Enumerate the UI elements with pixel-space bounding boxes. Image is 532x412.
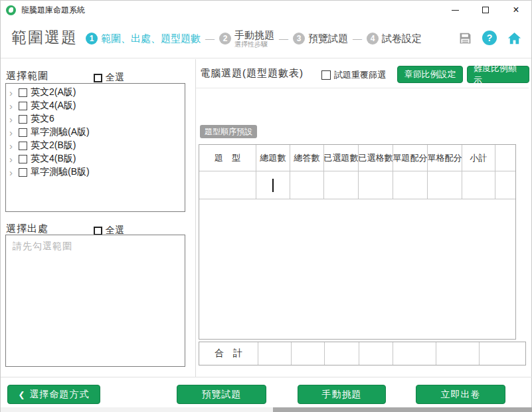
totals-selected-blanks <box>359 342 393 365</box>
tree-item-checkbox[interactable] <box>19 88 27 97</box>
totals-points-per-question <box>393 342 436 365</box>
step-3-preview[interactable]: 3 預覽試題 <box>293 33 348 45</box>
col-header-empty <box>495 145 515 171</box>
text-caret <box>272 179 274 192</box>
step-3-label: 預覽試題 <box>308 33 348 45</box>
tree-item-checkbox[interactable] <box>19 128 27 137</box>
duplicate-filter-checkbox[interactable] <box>321 70 331 80</box>
close-icon: × <box>513 5 519 15</box>
chevron-right-icon[interactable]: › <box>9 167 17 177</box>
tree-item-label: 英文6 <box>31 113 54 125</box>
tree-item-eng6[interactable]: › 英文6 <box>6 112 185 126</box>
help-button[interactable]: ? <box>482 31 497 45</box>
page-header: 範圍選題 1 範圍、出處、題型題數 — 2 手動挑題 選擇性步驟 — 3 預覽試… <box>1 19 531 58</box>
range-section-title: 選擇範圍 <box>6 70 48 82</box>
cell-selected-questions[interactable] <box>324 171 359 199</box>
manual-pick-button[interactable]: 手動挑題 <box>298 385 386 404</box>
chevron-right-icon[interactable]: › <box>9 154 17 164</box>
save-icon <box>458 31 472 45</box>
chevron-right-icon[interactable]: › <box>9 101 17 111</box>
cell-total-questions-input[interactable] <box>256 171 290 199</box>
help-icon: ? <box>487 33 493 43</box>
cell-selected-blanks[interactable] <box>359 171 393 199</box>
bottom-edge-dark <box>273 407 532 412</box>
wizard-steps: 1 範圍、出處、題型題數 — 2 手動挑題 選擇性步驟 — 3 預覽試題 — 4… <box>86 19 422 58</box>
maximize-button[interactable] <box>470 1 501 19</box>
tree-item-eng2a[interactable]: › 英文2(A版) <box>6 86 185 99</box>
difficulty-ratio-button[interactable]: 難度比例顯示 <box>467 66 529 83</box>
cell-total-answers[interactable] <box>290 171 324 199</box>
step-4-label: 試卷設定 <box>382 33 422 45</box>
totals-points-per-blank <box>436 342 480 365</box>
table-header-row: 題 型 總題數 總答數 已選題數 已選格數 單題配分 單格配分 小計 <box>199 145 515 171</box>
tree-item-checkbox[interactable] <box>19 102 27 110</box>
col-header-subtotal: 小計 <box>462 145 495 171</box>
title-bar: 龍騰題庫命題系統 × <box>1 1 531 19</box>
step-4-paper-settings[interactable]: 4 試卷設定 <box>367 33 422 45</box>
chevron-right-icon[interactable]: › <box>9 128 17 138</box>
source-placeholder: 請先勾選範圍 <box>13 241 72 251</box>
tree-item-eng2b[interactable]: › 英文2(B版) <box>6 139 185 152</box>
tree-item-label: 英文4(A版) <box>31 100 76 112</box>
home-button[interactable] <box>506 30 522 46</box>
close-button[interactable]: × <box>501 1 531 19</box>
tree-item-label: 英文2(A版) <box>31 86 76 98</box>
chapter-ratio-button[interactable]: 章節比例設定 <box>397 66 463 83</box>
chevron-right-icon[interactable]: › <box>9 88 17 98</box>
step-2-sublabel: 選擇性步驟 <box>234 41 274 49</box>
step-1-label: 範圍、出處、題型題數 <box>101 33 201 45</box>
col-header-points-per-blank: 單格配分 <box>428 145 462 171</box>
step-1-range[interactable]: 1 範圍、出處、題型題數 <box>86 33 201 45</box>
range-select-all-checkbox[interactable] <box>94 74 102 82</box>
tree-item-eng4a[interactable]: › 英文4(A版) <box>6 99 185 112</box>
tree-item-label: 英文2(B版) <box>31 140 76 152</box>
duplicate-filter-label: 試題重覆篩選 <box>334 69 386 81</box>
totals-total-questions <box>258 342 292 365</box>
tree-item-vocab-b[interactable]: › 單字測驗(B版) <box>6 165 185 179</box>
app-title: 龍騰題庫命題系統 <box>21 5 85 16</box>
footer-divider <box>1 377 532 377</box>
preview-questions-button[interactable]: 預覽試題 <box>177 385 266 404</box>
chevron-right-icon[interactable]: › <box>9 114 17 124</box>
step-separator: — <box>205 33 215 44</box>
duplicate-filter[interactable]: 試題重覆篩選 <box>321 69 386 81</box>
question-type-table: 題 型 總題數 總答數 已選題數 已選格數 單題配分 單格配分 小計 <box>199 144 516 340</box>
back-to-method-button[interactable]: ❮ 選擇命題方式 <box>7 385 100 404</box>
tree-item-checkbox[interactable] <box>19 142 27 150</box>
source-select-all-checkbox[interactable] <box>94 227 102 235</box>
col-header-total-questions: 總題數 <box>256 145 290 171</box>
minimize-button[interactable] <box>440 1 470 19</box>
table-row <box>199 171 515 199</box>
step-4-circle: 4 <box>367 33 379 45</box>
step-separator: — <box>353 33 362 44</box>
totals-selected-questions <box>325 342 359 365</box>
range-select-all-label: 全選 <box>106 72 124 84</box>
back-button-label: 選擇命題方式 <box>30 389 90 401</box>
totals-row: 合 計 <box>199 342 526 365</box>
minimize-icon <box>452 10 459 11</box>
cell-points-per-question[interactable] <box>393 171 428 199</box>
step-2-label: 手動挑題 <box>234 29 274 41</box>
generate-paper-button[interactable]: 立即出卷 <box>416 385 505 404</box>
bottom-edge-light <box>1 407 273 412</box>
question-type-order-preset-button[interactable]: 題型順序預設 <box>200 125 257 138</box>
chevron-left-icon: ❮ <box>18 390 25 399</box>
step-2-manual-pick[interactable]: 2 手動挑題 選擇性步驟 <box>219 29 274 49</box>
source-list[interactable]: 請先勾選範圍 <box>5 235 185 367</box>
window-controls: × <box>440 1 531 19</box>
panel-divider <box>195 59 196 377</box>
tree-item-label: 英文4(B版) <box>31 153 76 165</box>
tree-item-eng4b[interactable]: › 英文4(B版) <box>6 152 185 165</box>
save-button[interactable] <box>457 30 473 46</box>
app-window: 龍騰題庫命題系統 × 範圍選題 1 範圍、出處、題型題數 — 2 手動挑題 選擇… <box>0 0 532 412</box>
tree-item-checkbox[interactable] <box>19 155 27 163</box>
tree-item-checkbox[interactable] <box>19 115 27 124</box>
chevron-right-icon[interactable]: › <box>9 141 17 151</box>
tree-item-vocab-a[interactable]: › 單字測驗(A版) <box>6 126 185 139</box>
range-select-all[interactable]: 全選 <box>94 72 124 84</box>
cell-question-type[interactable] <box>199 171 256 199</box>
cell-subtotal[interactable] <box>462 171 495 199</box>
cell-points-per-blank[interactable] <box>428 171 462 199</box>
home-icon <box>507 31 522 46</box>
tree-item-checkbox[interactable] <box>19 168 27 177</box>
